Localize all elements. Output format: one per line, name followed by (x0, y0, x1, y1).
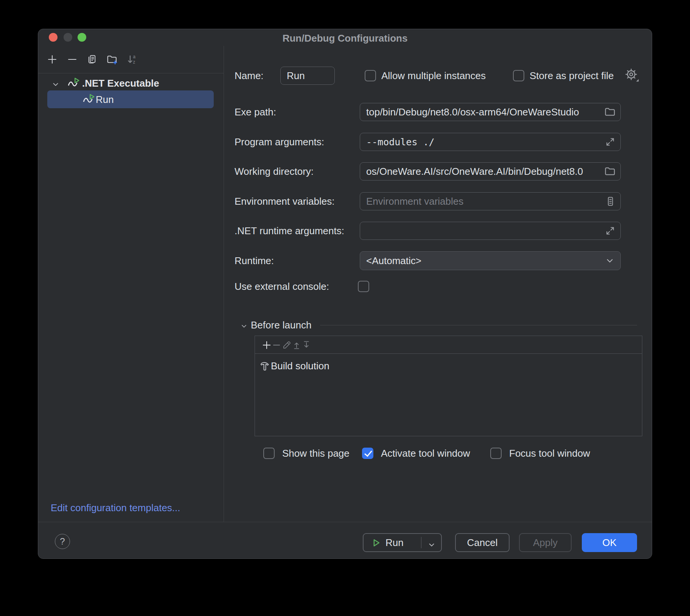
sort-alphabetical-icon: a z (126, 54, 138, 65)
tree-expand-chevron-down-icon[interactable] (51, 80, 60, 89)
environment-variables-label: Environment variables: (235, 196, 334, 207)
apply-button[interactable]: Apply (519, 533, 572, 552)
cancel-button[interactable]: Cancel (455, 533, 510, 552)
runtime-label: Runtime: (235, 255, 274, 267)
environment-variables-placeholder: Environment variables (366, 196, 463, 207)
working-directory-label: Working directory: (235, 166, 314, 177)
dialog-title: Run/Debug Configurations (38, 33, 652, 44)
svg-text:a: a (133, 54, 136, 59)
store-options-gear-icon[interactable] (625, 68, 639, 82)
program-arguments-value: --modules ./ (366, 137, 435, 148)
program-arguments-field[interactable]: --modules ./ (360, 133, 621, 151)
runtime-arguments-field[interactable] (360, 222, 621, 240)
working-directory-field[interactable]: os/OneWare.AI/src/OneWare.AI/bin/Debug/n… (360, 162, 621, 180)
runtime-dropdown[interactable]: <Automatic> (360, 251, 621, 270)
add-task-button[interactable] (261, 340, 272, 350)
allow-multiple-instances-checkbox[interactable] (365, 70, 376, 81)
chevron-down-icon (605, 255, 615, 266)
sort-configurations-button[interactable]: a z (126, 53, 138, 66)
browse-folder-icon[interactable] (604, 106, 616, 118)
move-up-button[interactable] (291, 340, 302, 350)
exe-path-label: Exe path: (235, 106, 276, 118)
focus-tool-window-label: Focus tool window (509, 448, 590, 459)
new-folder-button[interactable] (106, 53, 118, 66)
remove-icon (67, 54, 78, 65)
before-launch-chevron-down-icon[interactable] (240, 322, 248, 330)
runtime-selected-value: <Automatic> (366, 255, 421, 267)
tree-item-run-label: Run (96, 94, 114, 106)
allow-multiple-instances-label: Allow multiple instances (381, 70, 486, 82)
run-split-separator (421, 537, 421, 548)
runtime-arguments-label: .NET runtime arguments: (235, 225, 344, 237)
tree-group-dotnet-executable[interactable]: .NET Executable (82, 78, 159, 89)
focus-tool-window-checkbox[interactable] (490, 448, 502, 459)
help-button[interactable]: ? (55, 534, 70, 549)
edit-task-button[interactable] (281, 340, 292, 350)
edit-variables-list-icon[interactable] (605, 196, 616, 207)
before-launch-toolbar-separator (255, 353, 642, 354)
copy-configuration-button[interactable] (85, 53, 98, 66)
sidebar-toolbar-separator (38, 73, 224, 73)
exe-path-value: top/bin/Debug/net8.0/osx-arm64/OneWareSt… (366, 106, 579, 118)
before-launch-title: Before launch (251, 319, 311, 331)
name-input[interactable] (280, 67, 335, 85)
run-debug-configurations-dialog: Run/Debug Configurations (38, 29, 652, 559)
before-launch-panel: Build solution (255, 336, 642, 436)
ok-button[interactable]: OK (582, 533, 637, 552)
add-configuration-button[interactable] (46, 53, 59, 66)
expand-field-icon[interactable] (605, 225, 616, 236)
run-button-label: Run (385, 537, 404, 549)
screen: Run/Debug Configurations (0, 0, 690, 616)
edit-configuration-templates-link[interactable]: Edit configuration templates... (51, 502, 180, 514)
activate-tool-window-checkbox[interactable] (362, 448, 373, 459)
exe-path-field[interactable]: top/bin/Debug/net8.0/osx-arm64/OneWareSt… (360, 103, 621, 121)
svg-text:z: z (133, 59, 135, 65)
name-label: Name: (235, 70, 264, 82)
activate-tool-window-label: Activate tool window (381, 448, 470, 459)
sidebar-divider (224, 46, 224, 522)
help-question-icon: ? (60, 536, 65, 547)
before-launch-rule (320, 325, 637, 325)
store-as-project-file-label: Store as project file (530, 70, 614, 82)
remove-task-button[interactable] (271, 340, 282, 350)
show-this-page-checkbox[interactable] (263, 448, 275, 459)
run-play-icon (370, 537, 381, 548)
use-external-console-checkbox[interactable] (358, 281, 369, 292)
dotnet-executable-icon (68, 77, 80, 89)
store-as-project-file-checkbox[interactable] (513, 70, 524, 81)
before-launch-task[interactable]: Build solution (271, 360, 329, 372)
title-bar: Run/Debug Configurations (38, 29, 652, 46)
add-icon (47, 54, 58, 65)
program-arguments-label: Program arguments: (235, 136, 324, 148)
footer-separator (38, 522, 652, 522)
new-folder-icon (106, 54, 118, 65)
run-button[interactable]: Run (363, 533, 442, 552)
move-down-button[interactable] (301, 340, 312, 350)
run-options-chevron-down-icon[interactable] (427, 540, 436, 549)
dotnet-run-config-icon (83, 93, 95, 106)
tree-item-run[interactable] (47, 90, 214, 108)
use-external-console-label: Use external console: (235, 281, 329, 292)
hammer-icon (259, 360, 270, 371)
environment-variables-field[interactable]: Environment variables (360, 192, 621, 210)
working-directory-value: os/OneWare.AI/src/OneWare.AI/bin/Debug/n… (366, 166, 583, 177)
copy-icon (87, 54, 97, 65)
show-this-page-label: Show this page (282, 448, 350, 459)
expand-field-icon[interactable] (605, 136, 616, 148)
browse-folder-icon[interactable] (604, 165, 616, 177)
remove-configuration-button[interactable] (66, 53, 79, 66)
